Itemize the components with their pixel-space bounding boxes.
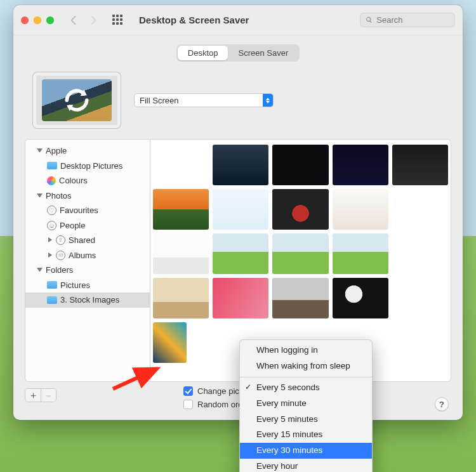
sidebar-item-desktop-pictures[interactable]: Desktop Pictures xyxy=(25,159,150,174)
fill-mode-value: Fill Screen xyxy=(140,96,178,105)
sidebar-item-colours[interactable]: Colours xyxy=(25,173,150,188)
wallpaper-thumbnail[interactable] xyxy=(153,189,209,230)
change-picture-interval-menu[interactable]: When logging inWhen waking from sleepEve… xyxy=(239,339,373,472)
preferences-window: Desktop & Screen Saver Desktop Screen Sa… xyxy=(13,5,463,420)
footer: ＋ − Change picture: Random order ? xyxy=(13,382,463,420)
wallpaper-thumbnail[interactable] xyxy=(272,189,328,230)
wallpaper-thumbnail[interactable] xyxy=(153,322,187,363)
sidebar-group-apple[interactable]: Apple xyxy=(25,143,150,159)
sidebar-group-label: Folders xyxy=(46,264,73,277)
folder-icon xyxy=(47,296,57,304)
desktop-preview-well[interactable] xyxy=(32,72,121,129)
wallpaper-thumbnail[interactable] xyxy=(153,278,209,318)
search-input[interactable] xyxy=(376,15,449,25)
tab-bar: Desktop Screen Saver xyxy=(13,36,463,72)
interval-option[interactable]: Every 5 seconds xyxy=(240,380,372,396)
source-sidebar[interactable]: Apple Desktop Pictures Colours Photos ♡ … xyxy=(25,139,150,382)
sidebar-item-pictures[interactable]: Pictures xyxy=(25,278,150,293)
sidebar-group-label: Apple xyxy=(46,145,67,157)
sidebar-group-label: Photos xyxy=(46,190,71,202)
colours-icon xyxy=(47,176,56,185)
forward-button[interactable] xyxy=(86,11,101,30)
wallpaper-thumbnail[interactable] xyxy=(333,278,388,318)
chevron-down-icon xyxy=(37,193,43,199)
remove-folder-button[interactable]: − xyxy=(41,389,56,402)
interval-option[interactable]: When logging in xyxy=(240,343,372,358)
popup-stepper-icon xyxy=(263,94,273,107)
interval-option[interactable]: Every minute xyxy=(240,396,372,412)
folder-icon xyxy=(47,281,57,289)
preview-row: Fill Screen xyxy=(13,72,463,139)
wallpaper-thumbnail[interactable] xyxy=(213,189,268,230)
wallpaper-thumbnail[interactable] xyxy=(153,233,209,274)
desktop-preview-thumbnail xyxy=(42,79,112,121)
wallpaper-thumbnail[interactable] xyxy=(213,233,268,274)
add-folder-button[interactable]: ＋ xyxy=(25,389,41,402)
search-icon xyxy=(366,16,373,24)
zoom-window-button[interactable] xyxy=(46,16,54,24)
sidebar-item-label: 3. Stock Images xyxy=(60,294,119,306)
shared-icon: ⇧ xyxy=(56,235,65,245)
sidebar-group-photos[interactable]: Photos xyxy=(25,188,150,204)
interval-option[interactable]: Every hour xyxy=(240,459,372,472)
close-window-button[interactable] xyxy=(21,16,29,24)
search-field[interactable] xyxy=(360,13,455,27)
sidebar-item-shared[interactable]: ⇧ Shared xyxy=(25,233,150,248)
sidebar-item-label: Pictures xyxy=(60,279,90,292)
folder-icon xyxy=(47,162,57,169)
interval-option[interactable]: When waking from sleep xyxy=(240,358,372,374)
menu-separator xyxy=(240,377,372,377)
tab-screen-saver[interactable]: Screen Saver xyxy=(228,46,298,60)
interval-option[interactable]: Every 15 minutes xyxy=(240,427,372,443)
interval-option[interactable]: Every 30 minutes xyxy=(240,443,372,459)
chevron-down-icon xyxy=(37,148,43,154)
titlebar: Desktop & Screen Saver xyxy=(13,5,463,36)
wallpaper-thumbnail[interactable] xyxy=(272,145,328,185)
sidebar-item-people[interactable]: ☺ People xyxy=(25,218,150,233)
sidebar-item-label: Desktop Pictures xyxy=(60,160,122,173)
wallpaper-thumbnail[interactable] xyxy=(213,278,268,318)
sidebar-item-favourites[interactable]: ♡ Favourites xyxy=(25,203,150,218)
sidebar-item-albums[interactable]: ▭ Albums xyxy=(25,248,150,263)
fill-mode-popup[interactable]: Fill Screen xyxy=(134,93,274,107)
sidebar-item-label: Shared xyxy=(69,234,95,247)
albums-icon: ▭ xyxy=(56,251,65,260)
wallpaper-thumbnail[interactable] xyxy=(333,145,388,185)
tab-desktop[interactable]: Desktop xyxy=(178,46,228,60)
heart-icon: ♡ xyxy=(47,206,56,215)
sidebar-item-label: Albums xyxy=(69,249,96,262)
person-icon: ☺ xyxy=(47,221,56,230)
wallpaper-thumbnail[interactable] xyxy=(272,278,328,318)
cycle-icon xyxy=(42,79,112,121)
help-button[interactable]: ? xyxy=(435,397,449,411)
sidebar-item-label: Favourites xyxy=(60,204,98,217)
chevron-right-icon xyxy=(47,252,53,258)
wallpaper-thumbnail[interactable] xyxy=(333,233,388,274)
chevron-right-icon xyxy=(47,237,53,243)
random-order-checkbox[interactable] xyxy=(183,400,193,409)
annotation-arrow xyxy=(108,362,171,394)
sidebar-item-label: Colours xyxy=(59,174,88,187)
wallpaper-thumbnail[interactable] xyxy=(333,189,388,230)
wallpaper-thumbnail[interactable] xyxy=(213,145,268,185)
chevron-down-icon xyxy=(37,267,43,273)
wallpaper-thumbnail[interactable] xyxy=(392,145,448,185)
window-controls xyxy=(21,16,54,24)
change-picture-checkbox[interactable] xyxy=(183,386,193,396)
window-title: Desktop & Screen Saver xyxy=(139,15,249,25)
add-remove-folder: ＋ − xyxy=(25,388,56,402)
wallpaper-thumbnail[interactable] xyxy=(272,233,328,274)
sidebar-item-stock-images[interactable]: 3. Stock Images xyxy=(25,292,150,308)
interval-option[interactable]: Every 5 minutes xyxy=(240,412,372,428)
back-button[interactable] xyxy=(65,11,81,30)
sidebar-group-folders[interactable]: Folders xyxy=(25,263,150,278)
minimize-window-button[interactable] xyxy=(34,16,41,24)
show-all-icon[interactable] xyxy=(112,15,124,26)
sidebar-item-label: People xyxy=(60,220,85,232)
